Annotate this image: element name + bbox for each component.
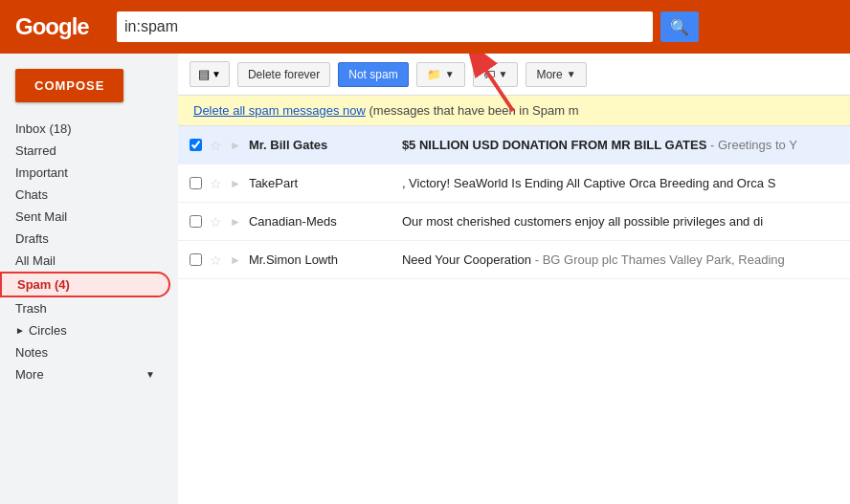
delete-forever-button[interactable]: Delete forever bbox=[237, 62, 330, 87]
search-bar: 🔍 bbox=[117, 11, 835, 42]
sidebar-item-trash[interactable]: Trash bbox=[0, 297, 170, 319]
sidebar-item-chats[interactable]: Chats bbox=[0, 184, 170, 206]
search-button[interactable]: 🔍 bbox=[660, 11, 699, 42]
sidebar-item-notes[interactable]: Notes bbox=[0, 341, 170, 363]
move-to-button[interactable]: 📁 ▼ bbox=[416, 62, 465, 87]
subject-4: Need Your Cooperation bbox=[402, 252, 531, 267]
compose-button[interactable]: COMPOSE bbox=[15, 69, 123, 102]
table-row[interactable]: ☆ ► Mr.Simon Lowth Need Your Cooperation… bbox=[178, 241, 850, 279]
email-checkbox-2[interactable] bbox=[190, 177, 202, 189]
star-icon-1[interactable]: ☆ bbox=[210, 138, 222, 153]
search-icon: 🔍 bbox=[670, 18, 689, 36]
subject-2: , Victory! SeaWorld Is Ending All Captiv… bbox=[402, 176, 775, 190]
sidebar-item-more[interactable]: More ▼ bbox=[0, 363, 170, 385]
sidebar-item-sent[interactable]: Sent Mail bbox=[0, 206, 170, 228]
sender-4: Mr.Simon Lowth bbox=[249, 252, 402, 267]
spam-notice: Delete all spam messages now (messages t… bbox=[178, 96, 850, 126]
sidebar-item-all[interactable]: All Mail bbox=[0, 250, 170, 272]
email-list: ☆ ► Mr. Bill Gates $5 NILLION USD DONATI… bbox=[178, 126, 850, 504]
table-row[interactable]: ☆ ► TakePart , Victory! SeaWorld Is Endi… bbox=[178, 164, 850, 203]
content-area: ▤ ▼ Delete forever Not spam 📁 ▼ 🏷 ▼ More… bbox=[178, 54, 850, 504]
subject-1: $5 NILLION USD DONATION FROM MR BILL GAT… bbox=[402, 138, 707, 152]
important-icon-2[interactable]: ► bbox=[230, 177, 241, 190]
toolbar: ▤ ▼ Delete forever Not spam 📁 ▼ 🏷 ▼ More… bbox=[178, 54, 850, 96]
subject-3: Our most cherished customers enjoy all p… bbox=[402, 214, 763, 229]
more-button[interactable]: More ▼ bbox=[526, 62, 586, 87]
snippet-1: - Greetings to Y bbox=[710, 138, 797, 152]
sidebar-item-drafts[interactable]: Drafts bbox=[0, 228, 170, 250]
important-icon-4[interactable]: ► bbox=[230, 253, 241, 267]
star-icon-4[interactable]: ☆ bbox=[210, 252, 222, 268]
search-input-wrapper bbox=[117, 11, 653, 42]
important-icon-1[interactable]: ► bbox=[230, 139, 241, 152]
folder-icon: 📁 bbox=[427, 68, 441, 81]
label-icon: 🏷 bbox=[483, 68, 495, 81]
sidebar-item-spam[interactable]: Spam (4) bbox=[0, 272, 170, 297]
email-checkbox-4[interactable] bbox=[190, 253, 202, 266]
table-row[interactable]: ☆ ► Mr. Bill Gates $5 NILLION USD DONATI… bbox=[178, 126, 850, 164]
more-chevron-icon: ▼ bbox=[567, 69, 576, 79]
sender-3: Canadian-Meds bbox=[249, 214, 402, 229]
star-icon-2[interactable]: ☆ bbox=[210, 176, 222, 191]
sidebar-item-circles[interactable]: ► Circles bbox=[0, 319, 170, 341]
labels-chevron-icon: ▼ bbox=[499, 69, 508, 79]
snippet-4: - BG Group plc Thames Valley Park, Readi… bbox=[535, 252, 785, 267]
search-input[interactable] bbox=[124, 18, 603, 35]
select-dropdown-icon: ▼ bbox=[212, 69, 221, 79]
table-row[interactable]: ☆ ► Canadian-Meds Our most cherished cus… bbox=[178, 203, 850, 241]
select-all-button[interactable]: ▤ ▼ bbox=[190, 61, 230, 87]
sidebar-item-inbox[interactable]: Inbox (18) bbox=[0, 118, 170, 140]
email-checkbox-3[interactable] bbox=[190, 215, 202, 228]
header: Google 🔍 bbox=[0, 0, 850, 54]
sender-1: Mr. Bill Gates bbox=[249, 138, 402, 152]
sidebar-item-important[interactable]: Important bbox=[0, 162, 170, 184]
sender-2: TakePart bbox=[249, 176, 402, 190]
star-icon-3[interactable]: ☆ bbox=[210, 214, 222, 230]
sidebar: COMPOSE Inbox (18) Starred Important Cha… bbox=[0, 54, 178, 504]
circles-expand-icon: ► bbox=[15, 325, 25, 336]
important-icon-3[interactable]: ► bbox=[230, 215, 241, 229]
checkbox-icon: ▤ bbox=[198, 67, 210, 81]
delete-all-spam-link[interactable]: Delete all spam messages now bbox=[193, 103, 366, 118]
sidebar-item-starred[interactable]: Starred bbox=[0, 140, 170, 162]
email-checkbox-1[interactable] bbox=[190, 139, 202, 151]
move-to-chevron-icon: ▼ bbox=[445, 69, 455, 79]
main-layout: COMPOSE Inbox (18) Starred Important Cha… bbox=[0, 54, 850, 504]
google-logo: Google bbox=[15, 13, 101, 40]
labels-button[interactable]: 🏷 ▼ bbox=[473, 62, 519, 87]
more-chevron-icon: ▼ bbox=[145, 369, 155, 380]
not-spam-button[interactable]: Not spam bbox=[338, 62, 408, 87]
